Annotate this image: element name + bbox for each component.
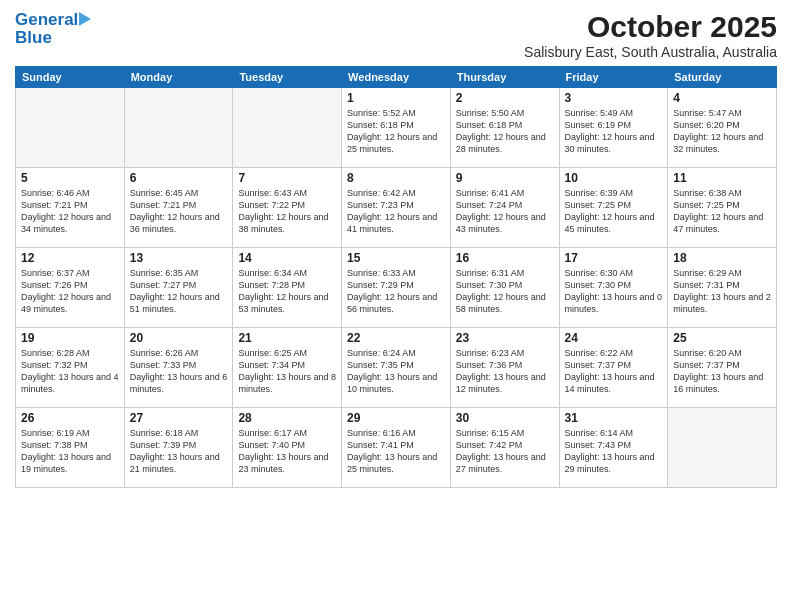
day-detail: Sunrise: 6:31 AM Sunset: 7:30 PM Dayligh… — [456, 267, 554, 316]
table-row: 28Sunrise: 6:17 AM Sunset: 7:40 PM Dayli… — [233, 408, 342, 488]
table-row — [233, 88, 342, 168]
day-detail: Sunrise: 6:41 AM Sunset: 7:24 PM Dayligh… — [456, 187, 554, 236]
logo-general-text: General — [15, 10, 78, 30]
table-row: 14Sunrise: 6:34 AM Sunset: 7:28 PM Dayli… — [233, 248, 342, 328]
day-detail: Sunrise: 6:23 AM Sunset: 7:36 PM Dayligh… — [456, 347, 554, 396]
day-number: 30 — [456, 411, 554, 425]
day-detail: Sunrise: 6:17 AM Sunset: 7:40 PM Dayligh… — [238, 427, 336, 476]
table-row: 15Sunrise: 6:33 AM Sunset: 7:29 PM Dayli… — [342, 248, 451, 328]
day-detail: Sunrise: 6:18 AM Sunset: 7:39 PM Dayligh… — [130, 427, 228, 476]
day-detail: Sunrise: 6:22 AM Sunset: 7:37 PM Dayligh… — [565, 347, 663, 396]
day-number: 31 — [565, 411, 663, 425]
day-detail: Sunrise: 6:35 AM Sunset: 7:27 PM Dayligh… — [130, 267, 228, 316]
day-detail: Sunrise: 6:29 AM Sunset: 7:31 PM Dayligh… — [673, 267, 771, 316]
day-number: 1 — [347, 91, 445, 105]
day-number: 5 — [21, 171, 119, 185]
day-detail: Sunrise: 6:19 AM Sunset: 7:38 PM Dayligh… — [21, 427, 119, 476]
table-row: 20Sunrise: 6:26 AM Sunset: 7:33 PM Dayli… — [124, 328, 233, 408]
day-number: 29 — [347, 411, 445, 425]
table-row: 24Sunrise: 6:22 AM Sunset: 7:37 PM Dayli… — [559, 328, 668, 408]
day-detail: Sunrise: 6:42 AM Sunset: 7:23 PM Dayligh… — [347, 187, 445, 236]
calendar-week-row: 19Sunrise: 6:28 AM Sunset: 7:32 PM Dayli… — [16, 328, 777, 408]
day-number: 16 — [456, 251, 554, 265]
day-detail: Sunrise: 5:49 AM Sunset: 6:19 PM Dayligh… — [565, 107, 663, 156]
table-row: 22Sunrise: 6:24 AM Sunset: 7:35 PM Dayli… — [342, 328, 451, 408]
day-number: 4 — [673, 91, 771, 105]
page-container: General Blue October 2025 Salisbury East… — [0, 0, 792, 493]
table-row: 4Sunrise: 5:47 AM Sunset: 6:20 PM Daylig… — [668, 88, 777, 168]
day-number: 14 — [238, 251, 336, 265]
day-detail: Sunrise: 6:28 AM Sunset: 7:32 PM Dayligh… — [21, 347, 119, 396]
calendar-week-row: 5Sunrise: 6:46 AM Sunset: 7:21 PM Daylig… — [16, 168, 777, 248]
day-number: 15 — [347, 251, 445, 265]
table-row: 9Sunrise: 6:41 AM Sunset: 7:24 PM Daylig… — [450, 168, 559, 248]
day-detail: Sunrise: 5:52 AM Sunset: 6:18 PM Dayligh… — [347, 107, 445, 156]
table-row: 8Sunrise: 6:42 AM Sunset: 7:23 PM Daylig… — [342, 168, 451, 248]
logo: General Blue — [15, 10, 91, 48]
month-title: October 2025 — [524, 10, 777, 44]
col-monday: Monday — [124, 67, 233, 88]
day-number: 10 — [565, 171, 663, 185]
day-detail: Sunrise: 6:20 AM Sunset: 7:37 PM Dayligh… — [673, 347, 771, 396]
day-detail: Sunrise: 6:37 AM Sunset: 7:26 PM Dayligh… — [21, 267, 119, 316]
day-number: 17 — [565, 251, 663, 265]
table-row: 30Sunrise: 6:15 AM Sunset: 7:42 PM Dayli… — [450, 408, 559, 488]
col-wednesday: Wednesday — [342, 67, 451, 88]
logo-blue-text: Blue — [15, 28, 91, 48]
table-row: 26Sunrise: 6:19 AM Sunset: 7:38 PM Dayli… — [16, 408, 125, 488]
day-detail: Sunrise: 6:24 AM Sunset: 7:35 PM Dayligh… — [347, 347, 445, 396]
day-detail: Sunrise: 6:30 AM Sunset: 7:30 PM Dayligh… — [565, 267, 663, 316]
table-row: 13Sunrise: 6:35 AM Sunset: 7:27 PM Dayli… — [124, 248, 233, 328]
calendar-header-row: Sunday Monday Tuesday Wednesday Thursday… — [16, 67, 777, 88]
table-row — [668, 408, 777, 488]
table-row — [16, 88, 125, 168]
day-detail: Sunrise: 6:45 AM Sunset: 7:21 PM Dayligh… — [130, 187, 228, 236]
day-number: 12 — [21, 251, 119, 265]
day-number: 18 — [673, 251, 771, 265]
day-detail: Sunrise: 6:25 AM Sunset: 7:34 PM Dayligh… — [238, 347, 336, 396]
day-number: 13 — [130, 251, 228, 265]
table-row: 7Sunrise: 6:43 AM Sunset: 7:22 PM Daylig… — [233, 168, 342, 248]
calendar-week-row: 26Sunrise: 6:19 AM Sunset: 7:38 PM Dayli… — [16, 408, 777, 488]
page-header: General Blue October 2025 Salisbury East… — [15, 10, 777, 60]
table-row: 21Sunrise: 6:25 AM Sunset: 7:34 PM Dayli… — [233, 328, 342, 408]
day-detail: Sunrise: 6:14 AM Sunset: 7:43 PM Dayligh… — [565, 427, 663, 476]
day-detail: Sunrise: 5:50 AM Sunset: 6:18 PM Dayligh… — [456, 107, 554, 156]
table-row: 3Sunrise: 5:49 AM Sunset: 6:19 PM Daylig… — [559, 88, 668, 168]
table-row: 23Sunrise: 6:23 AM Sunset: 7:36 PM Dayli… — [450, 328, 559, 408]
day-number: 26 — [21, 411, 119, 425]
day-detail: Sunrise: 6:34 AM Sunset: 7:28 PM Dayligh… — [238, 267, 336, 316]
day-number: 20 — [130, 331, 228, 345]
table-row: 5Sunrise: 6:46 AM Sunset: 7:21 PM Daylig… — [16, 168, 125, 248]
table-row: 2Sunrise: 5:50 AM Sunset: 6:18 PM Daylig… — [450, 88, 559, 168]
day-number: 7 — [238, 171, 336, 185]
table-row: 29Sunrise: 6:16 AM Sunset: 7:41 PM Dayli… — [342, 408, 451, 488]
table-row: 18Sunrise: 6:29 AM Sunset: 7:31 PM Dayli… — [668, 248, 777, 328]
day-number: 27 — [130, 411, 228, 425]
day-detail: Sunrise: 6:43 AM Sunset: 7:22 PM Dayligh… — [238, 187, 336, 236]
day-detail: Sunrise: 6:15 AM Sunset: 7:42 PM Dayligh… — [456, 427, 554, 476]
day-detail: Sunrise: 6:26 AM Sunset: 7:33 PM Dayligh… — [130, 347, 228, 396]
day-number: 21 — [238, 331, 336, 345]
day-detail: Sunrise: 6:38 AM Sunset: 7:25 PM Dayligh… — [673, 187, 771, 236]
day-detail: Sunrise: 6:46 AM Sunset: 7:21 PM Dayligh… — [21, 187, 119, 236]
day-number: 6 — [130, 171, 228, 185]
table-row: 6Sunrise: 6:45 AM Sunset: 7:21 PM Daylig… — [124, 168, 233, 248]
day-number: 19 — [21, 331, 119, 345]
day-number: 8 — [347, 171, 445, 185]
day-detail: Sunrise: 6:39 AM Sunset: 7:25 PM Dayligh… — [565, 187, 663, 236]
table-row: 10Sunrise: 6:39 AM Sunset: 7:25 PM Dayli… — [559, 168, 668, 248]
title-block: October 2025 Salisbury East, South Austr… — [524, 10, 777, 60]
table-row: 11Sunrise: 6:38 AM Sunset: 7:25 PM Dayli… — [668, 168, 777, 248]
table-row: 27Sunrise: 6:18 AM Sunset: 7:39 PM Dayli… — [124, 408, 233, 488]
col-friday: Friday — [559, 67, 668, 88]
table-row: 1Sunrise: 5:52 AM Sunset: 6:18 PM Daylig… — [342, 88, 451, 168]
day-number: 22 — [347, 331, 445, 345]
calendar-table: Sunday Monday Tuesday Wednesday Thursday… — [15, 66, 777, 488]
day-detail: Sunrise: 5:47 AM Sunset: 6:20 PM Dayligh… — [673, 107, 771, 156]
day-number: 25 — [673, 331, 771, 345]
table-row — [124, 88, 233, 168]
calendar-week-row: 1Sunrise: 5:52 AM Sunset: 6:18 PM Daylig… — [16, 88, 777, 168]
day-detail: Sunrise: 6:33 AM Sunset: 7:29 PM Dayligh… — [347, 267, 445, 316]
col-thursday: Thursday — [450, 67, 559, 88]
